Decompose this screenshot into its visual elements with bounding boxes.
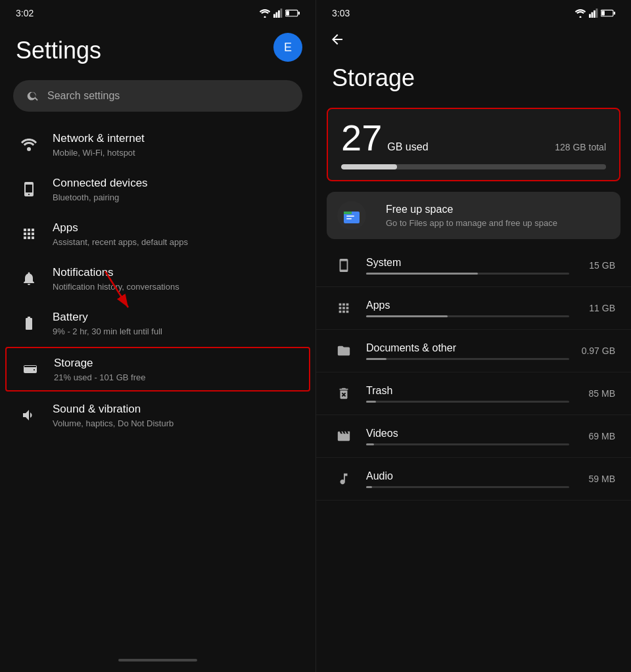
apps-icon bbox=[16, 221, 42, 247]
settings-item-notifications[interactable]: Notifications Notification history, conv… bbox=[0, 256, 316, 301]
notifications-title: Notifications bbox=[53, 265, 300, 280]
battery-status-icon bbox=[285, 9, 300, 17]
sound-icon bbox=[16, 402, 42, 428]
back-button[interactable] bbox=[316, 24, 631, 59]
battery-icon-right bbox=[601, 9, 615, 17]
storage-item-audio[interactable]: Audio 59 MB bbox=[316, 458, 631, 501]
settings-list: Network & internet Mobile, Wi-Fi, hotspo… bbox=[0, 122, 316, 654]
storage-usage-card: 27 GB used 128 GB total bbox=[327, 108, 620, 181]
storage-progress-fill bbox=[341, 164, 397, 169]
audio-size: 59 MB bbox=[569, 474, 615, 484]
storage-content: Storage 21% used - 101 GB free bbox=[43, 356, 298, 382]
settings-item-storage[interactable]: Storage 21% used - 101 GB free bbox=[5, 347, 310, 392]
free-up-subtitle: Go to Files app to manage and free up sp… bbox=[386, 218, 610, 228]
sound-subtitle: Volume, haptics, Do Not Disturb bbox=[53, 418, 300, 428]
apps-subtitle: Assistant, recent apps, default apps bbox=[53, 237, 300, 247]
svg-rect-22 bbox=[346, 218, 352, 219]
search-bar[interactable]: Search settings bbox=[13, 80, 302, 112]
videos-size: 69 MB bbox=[569, 431, 615, 441]
apps-storage-icon bbox=[332, 296, 356, 320]
wifi-icon-right bbox=[574, 9, 586, 18]
apps-content: Apps Assistant, recent apps, default app… bbox=[42, 221, 300, 246]
docs-name: Documents & other bbox=[366, 342, 569, 354]
settings-panel: 3:02 E Settings bbox=[0, 0, 316, 672]
svg-rect-1 bbox=[273, 14, 275, 18]
storage-used-label: GB used bbox=[387, 141, 428, 153]
storage-progress-bar bbox=[341, 164, 606, 169]
trash-content: Trash bbox=[356, 385, 569, 403]
notifications-icon bbox=[16, 265, 42, 292]
system-name: System bbox=[366, 257, 569, 269]
network-subtitle: Mobile, Wi-Fi, hotspot bbox=[53, 148, 300, 158]
settings-item-battery[interactable]: Battery 9% - 2 hr, 30 min left until ful… bbox=[0, 301, 316, 346]
system-icon bbox=[332, 254, 356, 277]
network-content: Network & internet Mobile, Wi-Fi, hotspo… bbox=[42, 131, 300, 157]
storage-item-docs[interactable]: Documents & other 0.97 GB bbox=[316, 330, 631, 372]
connected-content: Connected devices Bluetooth, pairing bbox=[42, 176, 300, 202]
storage-item-system[interactable]: System 15 GB bbox=[316, 244, 631, 287]
free-up-space-card[interactable]: Free up space Go to Files app to manage … bbox=[327, 192, 620, 239]
time-right: 3:03 bbox=[332, 8, 350, 18]
connected-icon bbox=[16, 176, 42, 202]
storage-used-number: 27 bbox=[341, 120, 382, 156]
audio-icon bbox=[332, 467, 356, 491]
status-bar-right: 3:03 bbox=[316, 0, 631, 24]
free-up-title: Free up space bbox=[386, 203, 610, 217]
avatar-letter: E bbox=[284, 41, 292, 55]
svg-point-11 bbox=[580, 16, 582, 18]
storage-item-trash[interactable]: Trash 85 MB bbox=[316, 372, 631, 415]
settings-item-network[interactable]: Network & internet Mobile, Wi-Fi, hotspo… bbox=[0, 122, 316, 167]
apps-content-storage: Apps bbox=[356, 300, 569, 317]
docs-icon bbox=[332, 339, 356, 363]
svg-rect-21 bbox=[346, 215, 354, 217]
wifi-icon bbox=[259, 9, 271, 18]
system-size: 15 GB bbox=[569, 260, 615, 271]
apps-bar-fill bbox=[366, 315, 448, 317]
storage-icon bbox=[17, 356, 43, 382]
trash-size: 85 MB bbox=[569, 388, 615, 399]
docs-size: 0.97 GB bbox=[569, 346, 615, 356]
audio-name: Audio bbox=[366, 470, 569, 482]
svg-rect-6 bbox=[286, 11, 289, 15]
system-bar-fill bbox=[366, 273, 478, 275]
connected-title: Connected devices bbox=[53, 176, 300, 190]
storage-panel: 3:03 Storage bbox=[316, 0, 631, 672]
status-bar-left: 3:02 bbox=[0, 0, 316, 24]
settings-item-connected[interactable]: Connected devices Bluetooth, pairing bbox=[0, 167, 316, 212]
svg-rect-13 bbox=[592, 12, 594, 18]
files-app-icon bbox=[337, 201, 366, 230]
svg-rect-4 bbox=[281, 9, 283, 18]
system-content: System bbox=[356, 257, 569, 275]
network-title: Network & internet bbox=[53, 131, 300, 146]
sound-title: Sound & vibration bbox=[53, 402, 300, 416]
apps-size: 11 GB bbox=[569, 303, 615, 313]
status-icons-left bbox=[259, 9, 300, 18]
free-up-content: Free up space Go to Files app to manage … bbox=[375, 203, 610, 228]
settings-item-apps[interactable]: Apps Assistant, recent apps, default app… bbox=[0, 212, 316, 256]
trash-name: Trash bbox=[366, 385, 569, 397]
search-icon bbox=[26, 89, 39, 102]
storage-item-videos[interactable]: Videos 69 MB bbox=[316, 415, 631, 458]
settings-item-sound[interactable]: Sound & vibration Volume, haptics, Do No… bbox=[0, 393, 316, 437]
storage-item-apps[interactable]: Apps 11 GB bbox=[316, 287, 631, 330]
svg-rect-2 bbox=[276, 12, 278, 18]
storage-usage-row: 27 GB used 128 GB total bbox=[341, 120, 606, 156]
svg-rect-17 bbox=[601, 11, 605, 15]
battery-title: Battery bbox=[53, 310, 300, 325]
battery-icon bbox=[16, 310, 42, 336]
trash-icon bbox=[332, 382, 356, 405]
sound-content: Sound & vibration Volume, haptics, Do No… bbox=[42, 402, 300, 428]
videos-content: Videos bbox=[356, 428, 569, 445]
apps-title: Apps bbox=[53, 221, 300, 235]
videos-bar-fill bbox=[366, 443, 374, 445]
home-indicator-left bbox=[118, 659, 197, 661]
status-icons-right bbox=[574, 9, 615, 18]
storage-page-title: Storage bbox=[316, 59, 631, 102]
audio-bar-fill bbox=[366, 486, 372, 488]
apps-bar bbox=[366, 315, 569, 317]
trash-bar bbox=[366, 401, 569, 403]
svg-rect-12 bbox=[589, 14, 591, 18]
docs-bar-fill bbox=[366, 358, 386, 360]
avatar-button[interactable]: E bbox=[273, 33, 302, 62]
storage-items-list: System 15 GB Apps 11 GB bbox=[316, 244, 631, 672]
